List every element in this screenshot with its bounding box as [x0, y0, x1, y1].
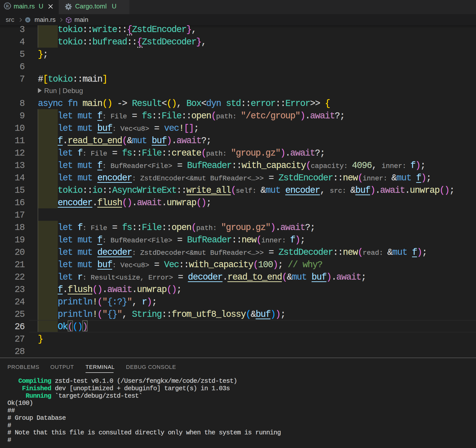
- svg-text:R: R: [6, 4, 9, 8]
- svg-text:R: R: [27, 18, 29, 22]
